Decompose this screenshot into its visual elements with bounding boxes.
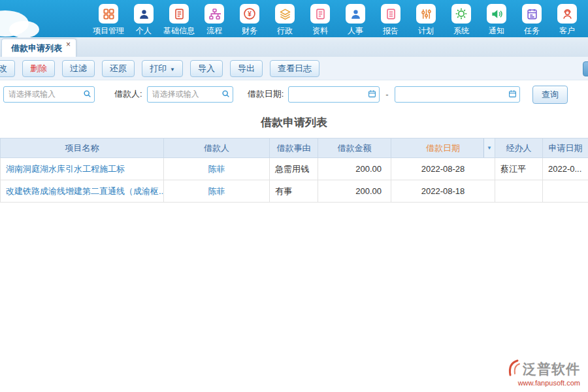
close-icon[interactable]: × xyxy=(66,40,71,49)
task-icon xyxy=(522,4,542,24)
loan-date-end-input[interactable] xyxy=(395,86,520,103)
finance-yuan-icon: ¥ xyxy=(240,4,259,24)
nav-item-workflow[interactable]: 流程 xyxy=(197,4,231,37)
loan-date-label: 借款日期: xyxy=(248,88,284,100)
print-button[interactable]: 打印▼ xyxy=(142,60,183,77)
search-icon[interactable] xyxy=(83,90,91,98)
header-loan-amount[interactable]: 借款金额 xyxy=(318,139,391,158)
nav-item-tasks[interactable]: 任务 xyxy=(515,4,549,37)
nav-label: 报告 xyxy=(383,25,399,37)
filter-button[interactable]: 过滤 xyxy=(62,60,95,77)
borrower-label: 借款人: xyxy=(114,88,142,100)
edit-button[interactable]: 改 xyxy=(0,60,15,77)
nav-label: 资料 xyxy=(312,25,328,37)
tab-label: 借款申请列表 xyxy=(11,42,62,54)
svg-text:¥: ¥ xyxy=(248,10,252,18)
date-range-separator: - xyxy=(385,90,388,99)
calendar-icon[interactable] xyxy=(508,90,517,98)
tab-bar: 借款申请列表 × xyxy=(0,37,588,57)
nav-label: 任务 xyxy=(524,25,540,37)
cloud-decoration xyxy=(9,21,39,37)
header-borrower[interactable]: 借款人 xyxy=(164,139,270,158)
loan-reason-cell: 有事 xyxy=(270,180,318,203)
gear-icon xyxy=(451,4,471,24)
project-search-field[interactable] xyxy=(3,86,95,103)
brand-name: 泛普软件 xyxy=(523,360,580,378)
borrower-link[interactable]: 陈菲 xyxy=(164,180,270,203)
nav-label: 系统 xyxy=(453,25,469,37)
nav-item-personal[interactable]: 个人 xyxy=(127,4,161,37)
nav-item-project-management[interactable]: 项目管理 xyxy=(91,4,125,37)
borrower-link[interactable]: 陈菲 xyxy=(164,158,270,180)
search-icon[interactable] xyxy=(221,90,230,98)
top-navigation-bar: 项目管理 个人 基础信息 流程 ¥ 财务 xyxy=(0,0,588,37)
flow-icon xyxy=(204,4,224,24)
fanpu-watermark: 泛普软件 www.fanpusoft.com xyxy=(507,359,580,387)
header-project-name[interactable]: 项目名称 xyxy=(1,139,164,158)
restore-button[interactable]: 还原 xyxy=(102,60,135,77)
fanpu-logo-icon xyxy=(507,359,521,378)
handler-cell xyxy=(495,180,543,203)
handler-cell: 蔡江平 xyxy=(495,158,543,180)
nav-label: 财务 xyxy=(242,25,257,37)
nav-item-plans[interactable]: 计划 xyxy=(409,4,443,37)
loan-date-cell: 2022-08-18 xyxy=(391,180,495,203)
nav-item-customers[interactable]: 客户 xyxy=(550,4,584,37)
nav-item-administration[interactable]: 行政 xyxy=(268,4,302,37)
view-log-button[interactable]: 查看日志 xyxy=(270,60,319,77)
scrollbar[interactable] xyxy=(583,61,588,76)
query-button[interactable]: 查询 xyxy=(532,86,568,104)
delete-button[interactable]: 删除 xyxy=(22,60,55,77)
nav-item-basic-info[interactable]: 基础信息 xyxy=(162,4,196,37)
sliders-icon xyxy=(416,4,436,24)
apply-date-cell: 2022-0... xyxy=(543,158,588,180)
column-filter-icon[interactable]: ▼ xyxy=(483,139,495,157)
table-row: 改建铁路成渝线增建第二直通线（成渝枢... 陈菲 有事 200.00 2022-… xyxy=(1,180,588,203)
table-header-row: 项目名称 借款人 借款事由 借款金额 借款日期 ▼ 经办人 申请日期 xyxy=(1,139,588,158)
nav-item-finance[interactable]: ¥ 财务 xyxy=(233,4,267,37)
grid-icon xyxy=(99,4,118,24)
header-apply-date[interactable]: 申请日期 xyxy=(543,139,588,158)
loan-date-end-field[interactable] xyxy=(395,86,520,103)
page-title: 借款申请列表 xyxy=(0,108,588,138)
header-loan-reason[interactable]: 借款事由 xyxy=(270,139,318,158)
nav-label: 行政 xyxy=(277,25,293,37)
nav-item-notifications[interactable]: 通知 xyxy=(480,4,514,37)
brand-url: www.fanpusoft.com xyxy=(507,379,580,387)
nav-item-hr[interactable]: 人事 xyxy=(338,4,372,37)
loan-application-table: 项目名称 借款人 借款事由 借款金额 借款日期 ▼ 经办人 申请日期 湖南洞庭湖… xyxy=(0,138,588,203)
nav-item-system[interactable]: 系统 xyxy=(444,4,478,37)
nav-label: 项目管理 xyxy=(93,25,124,37)
export-button[interactable]: 导出 xyxy=(230,60,263,77)
loan-reason-cell: 急需用钱 xyxy=(270,158,318,180)
person-icon xyxy=(134,4,154,24)
loan-date-start-input[interactable] xyxy=(288,86,380,103)
info-doc-icon xyxy=(169,4,189,24)
project-search-input[interactable] xyxy=(3,86,95,103)
header-loan-date[interactable]: 借款日期 ▼ xyxy=(391,139,495,158)
borrower-search-input[interactable] xyxy=(147,86,233,103)
nav-label: 通知 xyxy=(489,25,504,37)
borrower-search-field[interactable] xyxy=(147,86,233,103)
nav-item-documents[interactable]: 资料 xyxy=(303,4,337,37)
nav-label: 计划 xyxy=(418,25,434,37)
import-button[interactable]: 导入 xyxy=(190,60,223,77)
nav-label: 流程 xyxy=(206,25,222,37)
chevron-down-icon: ▼ xyxy=(170,67,175,73)
apply-date-cell xyxy=(543,180,588,203)
table-row: 湖南洞庭湖水库引水工程施工标 陈菲 急需用钱 200.00 2022-08-28… xyxy=(1,158,588,180)
project-name-link[interactable]: 湖南洞庭湖水库引水工程施工标 xyxy=(1,158,164,180)
main-menu: 项目管理 个人 基础信息 流程 ¥ 财务 xyxy=(91,0,588,37)
nav-label: 基础信息 xyxy=(163,25,195,37)
loan-date-start-field[interactable] xyxy=(288,86,380,103)
nav-item-reports[interactable]: 报告 xyxy=(374,4,408,37)
doc-icon xyxy=(310,4,330,24)
calendar-icon[interactable] xyxy=(368,90,376,98)
customer-icon xyxy=(557,4,577,24)
hr-person-icon xyxy=(346,4,365,24)
header-handler[interactable]: 经办人 xyxy=(495,139,543,158)
search-filters: 借款人: 借款日期: - 查询 xyxy=(0,80,588,108)
project-name-link[interactable]: 改建铁路成渝线增建第二直通线（成渝枢... xyxy=(1,180,164,203)
tab-loan-application-list[interactable]: 借款申请列表 × xyxy=(1,39,76,57)
loan-amount-cell: 200.00 xyxy=(318,158,391,180)
